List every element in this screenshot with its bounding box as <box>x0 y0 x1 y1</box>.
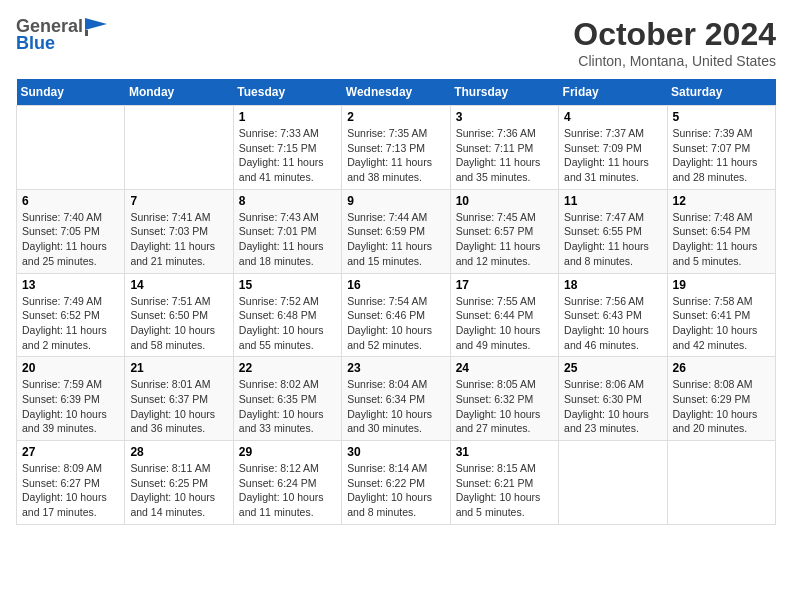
day-info: Sunrise: 7:59 AMSunset: 6:39 PMDaylight:… <box>22 377 119 436</box>
day-number: 27 <box>22 445 119 459</box>
calendar-cell: 5Sunrise: 7:39 AMSunset: 7:07 PMDaylight… <box>667 106 775 190</box>
calendar-cell <box>667 441 775 525</box>
calendar-cell: 4Sunrise: 7:37 AMSunset: 7:09 PMDaylight… <box>559 106 667 190</box>
day-number: 13 <box>22 278 119 292</box>
calendar-week-row: 6Sunrise: 7:40 AMSunset: 7:05 PMDaylight… <box>17 189 776 273</box>
calendar-cell: 10Sunrise: 7:45 AMSunset: 6:57 PMDayligh… <box>450 189 558 273</box>
day-number: 7 <box>130 194 227 208</box>
location-subtitle: Clinton, Montana, United States <box>573 53 776 69</box>
calendar-cell: 25Sunrise: 8:06 AMSunset: 6:30 PMDayligh… <box>559 357 667 441</box>
weekday-header-sunday: Sunday <box>17 79 125 106</box>
day-info: Sunrise: 7:36 AMSunset: 7:11 PMDaylight:… <box>456 126 553 185</box>
calendar-cell: 28Sunrise: 8:11 AMSunset: 6:25 PMDayligh… <box>125 441 233 525</box>
day-number: 8 <box>239 194 336 208</box>
svg-marker-0 <box>85 18 107 30</box>
calendar-cell: 8Sunrise: 7:43 AMSunset: 7:01 PMDaylight… <box>233 189 341 273</box>
day-info: Sunrise: 7:55 AMSunset: 6:44 PMDaylight:… <box>456 294 553 353</box>
svg-rect-1 <box>85 30 88 36</box>
calendar-cell: 12Sunrise: 7:48 AMSunset: 6:54 PMDayligh… <box>667 189 775 273</box>
day-info: Sunrise: 7:35 AMSunset: 7:13 PMDaylight:… <box>347 126 444 185</box>
calendar-cell <box>559 441 667 525</box>
day-info: Sunrise: 7:37 AMSunset: 7:09 PMDaylight:… <box>564 126 661 185</box>
day-info: Sunrise: 8:06 AMSunset: 6:30 PMDaylight:… <box>564 377 661 436</box>
calendar-cell: 24Sunrise: 8:05 AMSunset: 6:32 PMDayligh… <box>450 357 558 441</box>
calendar-cell: 18Sunrise: 7:56 AMSunset: 6:43 PMDayligh… <box>559 273 667 357</box>
calendar-cell: 26Sunrise: 8:08 AMSunset: 6:29 PMDayligh… <box>667 357 775 441</box>
day-number: 19 <box>673 278 770 292</box>
day-number: 1 <box>239 110 336 124</box>
day-number: 2 <box>347 110 444 124</box>
day-number: 3 <box>456 110 553 124</box>
day-info: Sunrise: 7:39 AMSunset: 7:07 PMDaylight:… <box>673 126 770 185</box>
calendar-cell: 17Sunrise: 7:55 AMSunset: 6:44 PMDayligh… <box>450 273 558 357</box>
calendar-table: SundayMondayTuesdayWednesdayThursdayFrid… <box>16 79 776 525</box>
weekday-header-row: SundayMondayTuesdayWednesdayThursdayFrid… <box>17 79 776 106</box>
day-number: 24 <box>456 361 553 375</box>
calendar-cell: 2Sunrise: 7:35 AMSunset: 7:13 PMDaylight… <box>342 106 450 190</box>
day-info: Sunrise: 7:49 AMSunset: 6:52 PMDaylight:… <box>22 294 119 353</box>
logo: General Blue <box>16 16 107 54</box>
calendar-cell: 23Sunrise: 8:04 AMSunset: 6:34 PMDayligh… <box>342 357 450 441</box>
day-info: Sunrise: 7:47 AMSunset: 6:55 PMDaylight:… <box>564 210 661 269</box>
day-number: 16 <box>347 278 444 292</box>
day-info: Sunrise: 7:54 AMSunset: 6:46 PMDaylight:… <box>347 294 444 353</box>
day-info: Sunrise: 8:09 AMSunset: 6:27 PMDaylight:… <box>22 461 119 520</box>
day-number: 18 <box>564 278 661 292</box>
day-number: 5 <box>673 110 770 124</box>
calendar-cell: 1Sunrise: 7:33 AMSunset: 7:15 PMDaylight… <box>233 106 341 190</box>
day-info: Sunrise: 8:15 AMSunset: 6:21 PMDaylight:… <box>456 461 553 520</box>
calendar-cell <box>17 106 125 190</box>
title-section: October 2024 Clinton, Montana, United St… <box>573 16 776 69</box>
calendar-week-row: 13Sunrise: 7:49 AMSunset: 6:52 PMDayligh… <box>17 273 776 357</box>
calendar-cell: 29Sunrise: 8:12 AMSunset: 6:24 PMDayligh… <box>233 441 341 525</box>
day-number: 28 <box>130 445 227 459</box>
calendar-cell: 21Sunrise: 8:01 AMSunset: 6:37 PMDayligh… <box>125 357 233 441</box>
day-number: 6 <box>22 194 119 208</box>
month-title: October 2024 <box>573 16 776 53</box>
day-info: Sunrise: 8:05 AMSunset: 6:32 PMDaylight:… <box>456 377 553 436</box>
day-number: 31 <box>456 445 553 459</box>
day-info: Sunrise: 7:45 AMSunset: 6:57 PMDaylight:… <box>456 210 553 269</box>
weekday-header-saturday: Saturday <box>667 79 775 106</box>
calendar-cell: 15Sunrise: 7:52 AMSunset: 6:48 PMDayligh… <box>233 273 341 357</box>
weekday-header-wednesday: Wednesday <box>342 79 450 106</box>
day-info: Sunrise: 7:56 AMSunset: 6:43 PMDaylight:… <box>564 294 661 353</box>
day-number: 23 <box>347 361 444 375</box>
day-number: 22 <box>239 361 336 375</box>
calendar-week-row: 20Sunrise: 7:59 AMSunset: 6:39 PMDayligh… <box>17 357 776 441</box>
calendar-cell: 19Sunrise: 7:58 AMSunset: 6:41 PMDayligh… <box>667 273 775 357</box>
day-info: Sunrise: 8:02 AMSunset: 6:35 PMDaylight:… <box>239 377 336 436</box>
weekday-header-tuesday: Tuesday <box>233 79 341 106</box>
day-number: 25 <box>564 361 661 375</box>
day-info: Sunrise: 7:51 AMSunset: 6:50 PMDaylight:… <box>130 294 227 353</box>
weekday-header-friday: Friday <box>559 79 667 106</box>
calendar-cell: 9Sunrise: 7:44 AMSunset: 6:59 PMDaylight… <box>342 189 450 273</box>
weekday-header-thursday: Thursday <box>450 79 558 106</box>
calendar-cell: 3Sunrise: 7:36 AMSunset: 7:11 PMDaylight… <box>450 106 558 190</box>
day-number: 17 <box>456 278 553 292</box>
day-number: 20 <box>22 361 119 375</box>
day-number: 10 <box>456 194 553 208</box>
calendar-cell <box>125 106 233 190</box>
day-info: Sunrise: 7:40 AMSunset: 7:05 PMDaylight:… <box>22 210 119 269</box>
day-info: Sunrise: 8:12 AMSunset: 6:24 PMDaylight:… <box>239 461 336 520</box>
day-number: 4 <box>564 110 661 124</box>
day-number: 14 <box>130 278 227 292</box>
calendar-cell: 30Sunrise: 8:14 AMSunset: 6:22 PMDayligh… <box>342 441 450 525</box>
calendar-cell: 14Sunrise: 7:51 AMSunset: 6:50 PMDayligh… <box>125 273 233 357</box>
day-info: Sunrise: 7:52 AMSunset: 6:48 PMDaylight:… <box>239 294 336 353</box>
day-number: 21 <box>130 361 227 375</box>
day-number: 30 <box>347 445 444 459</box>
day-number: 9 <box>347 194 444 208</box>
day-info: Sunrise: 8:01 AMSunset: 6:37 PMDaylight:… <box>130 377 227 436</box>
logo-flag-icon <box>85 18 107 36</box>
day-info: Sunrise: 8:04 AMSunset: 6:34 PMDaylight:… <box>347 377 444 436</box>
day-info: Sunrise: 8:14 AMSunset: 6:22 PMDaylight:… <box>347 461 444 520</box>
page-header: General Blue October 2024 Clinton, Monta… <box>16 16 776 69</box>
day-number: 15 <box>239 278 336 292</box>
calendar-week-row: 1Sunrise: 7:33 AMSunset: 7:15 PMDaylight… <box>17 106 776 190</box>
logo-blue-text: Blue <box>16 33 55 54</box>
calendar-cell: 6Sunrise: 7:40 AMSunset: 7:05 PMDaylight… <box>17 189 125 273</box>
day-info: Sunrise: 7:33 AMSunset: 7:15 PMDaylight:… <box>239 126 336 185</box>
calendar-cell: 16Sunrise: 7:54 AMSunset: 6:46 PMDayligh… <box>342 273 450 357</box>
